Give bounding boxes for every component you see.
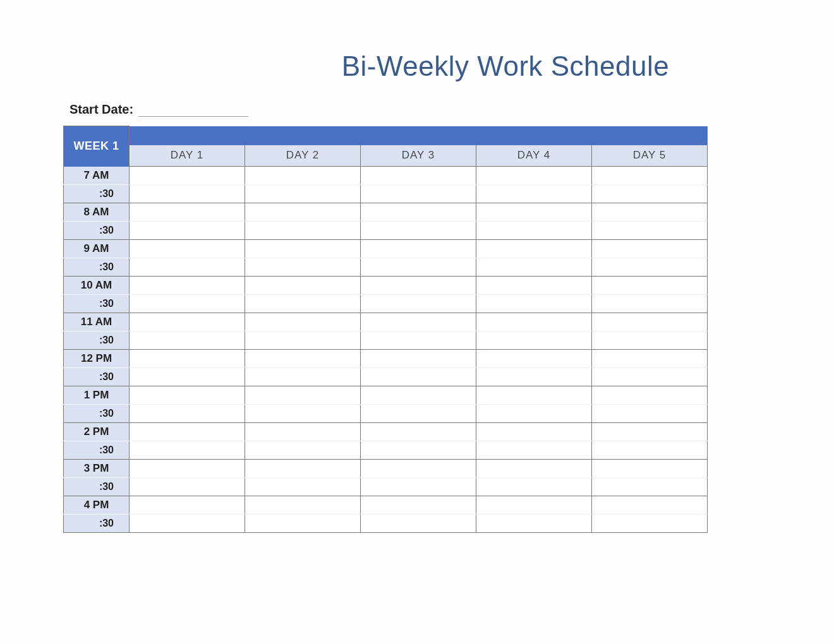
schedule-cell[interactable]	[245, 258, 361, 277]
schedule-cell[interactable]	[361, 386, 476, 405]
schedule-cell[interactable]	[592, 313, 708, 331]
schedule-cell[interactable]	[476, 368, 592, 386]
schedule-cell[interactable]	[245, 167, 361, 185]
schedule-cell[interactable]	[245, 405, 361, 423]
schedule-cell[interactable]	[130, 277, 245, 295]
schedule-cell[interactable]	[130, 331, 245, 350]
schedule-cell[interactable]	[130, 460, 245, 478]
schedule-cell[interactable]	[592, 277, 708, 295]
schedule-cell[interactable]	[361, 203, 476, 222]
schedule-cell[interactable]	[361, 258, 476, 277]
schedule-cell[interactable]	[476, 405, 592, 423]
schedule-cell[interactable]	[361, 496, 476, 515]
schedule-cell[interactable]	[130, 405, 245, 423]
schedule-cell[interactable]	[476, 203, 592, 222]
schedule-cell[interactable]	[130, 185, 245, 203]
schedule-cell[interactable]	[245, 222, 361, 240]
schedule-cell[interactable]	[245, 496, 361, 515]
schedule-cell[interactable]	[592, 185, 708, 203]
schedule-cell[interactable]	[476, 423, 592, 441]
schedule-cell[interactable]	[130, 258, 245, 277]
schedule-cell[interactable]	[476, 240, 592, 258]
schedule-cell[interactable]	[130, 515, 245, 533]
schedule-cell[interactable]	[130, 295, 245, 313]
schedule-cell[interactable]	[361, 478, 476, 496]
schedule-cell[interactable]	[592, 222, 708, 240]
schedule-cell[interactable]	[245, 515, 361, 533]
schedule-cell[interactable]	[361, 441, 476, 460]
schedule-cell[interactable]	[592, 441, 708, 460]
schedule-cell[interactable]	[245, 368, 361, 386]
schedule-cell[interactable]	[592, 350, 708, 368]
schedule-cell[interactable]	[130, 203, 245, 222]
schedule-cell[interactable]	[245, 295, 361, 313]
schedule-cell[interactable]	[476, 222, 592, 240]
schedule-cell[interactable]	[476, 295, 592, 313]
schedule-cell[interactable]	[245, 313, 361, 331]
schedule-cell[interactable]	[592, 405, 708, 423]
schedule-cell[interactable]	[245, 386, 361, 405]
schedule-cell[interactable]	[592, 167, 708, 185]
schedule-cell[interactable]	[476, 386, 592, 405]
schedule-cell[interactable]	[592, 203, 708, 222]
schedule-cell[interactable]	[245, 277, 361, 295]
schedule-cell[interactable]	[130, 441, 245, 460]
schedule-cell[interactable]	[130, 167, 245, 185]
schedule-cell[interactable]	[361, 277, 476, 295]
schedule-cell[interactable]	[361, 331, 476, 350]
schedule-cell[interactable]	[130, 368, 245, 386]
schedule-cell[interactable]	[245, 350, 361, 368]
schedule-cell[interactable]	[476, 441, 592, 460]
schedule-cell[interactable]	[245, 203, 361, 222]
schedule-cell[interactable]	[476, 478, 592, 496]
schedule-cell[interactable]	[361, 405, 476, 423]
start-date-input[interactable]	[138, 101, 248, 117]
schedule-cell[interactable]	[361, 515, 476, 533]
schedule-cell[interactable]	[592, 515, 708, 533]
schedule-cell[interactable]	[592, 258, 708, 277]
schedule-cell[interactable]	[476, 258, 592, 277]
schedule-cell[interactable]	[130, 313, 245, 331]
schedule-cell[interactable]	[592, 240, 708, 258]
schedule-cell[interactable]	[361, 350, 476, 368]
schedule-cell[interactable]	[476, 277, 592, 295]
schedule-cell[interactable]	[361, 460, 476, 478]
schedule-cell[interactable]	[592, 368, 708, 386]
schedule-cell[interactable]	[592, 295, 708, 313]
schedule-cell[interactable]	[245, 331, 361, 350]
schedule-cell[interactable]	[476, 313, 592, 331]
schedule-cell[interactable]	[592, 331, 708, 350]
schedule-cell[interactable]	[476, 350, 592, 368]
schedule-cell[interactable]	[592, 460, 708, 478]
schedule-cell[interactable]	[245, 460, 361, 478]
schedule-cell[interactable]	[130, 240, 245, 258]
schedule-cell[interactable]	[476, 167, 592, 185]
schedule-cell[interactable]	[592, 423, 708, 441]
schedule-cell[interactable]	[361, 185, 476, 203]
schedule-cell[interactable]	[245, 240, 361, 258]
schedule-cell[interactable]	[245, 185, 361, 203]
schedule-cell[interactable]	[361, 368, 476, 386]
schedule-cell[interactable]	[476, 460, 592, 478]
schedule-cell[interactable]	[361, 295, 476, 313]
schedule-cell[interactable]	[130, 496, 245, 515]
schedule-cell[interactable]	[361, 313, 476, 331]
schedule-cell[interactable]	[361, 240, 476, 258]
schedule-cell[interactable]	[361, 167, 476, 185]
schedule-cell[interactable]	[592, 386, 708, 405]
schedule-cell[interactable]	[245, 423, 361, 441]
schedule-cell[interactable]	[130, 478, 245, 496]
schedule-cell[interactable]	[476, 515, 592, 533]
schedule-cell[interactable]	[361, 423, 476, 441]
schedule-cell[interactable]	[245, 441, 361, 460]
schedule-cell[interactable]	[130, 386, 245, 405]
schedule-cell[interactable]	[476, 185, 592, 203]
schedule-cell[interactable]	[361, 222, 476, 240]
schedule-cell[interactable]	[130, 423, 245, 441]
schedule-cell[interactable]	[592, 496, 708, 515]
schedule-cell[interactable]	[130, 350, 245, 368]
schedule-cell[interactable]	[476, 331, 592, 350]
schedule-cell[interactable]	[592, 478, 708, 496]
schedule-cell[interactable]	[476, 496, 592, 515]
schedule-cell[interactable]	[245, 478, 361, 496]
